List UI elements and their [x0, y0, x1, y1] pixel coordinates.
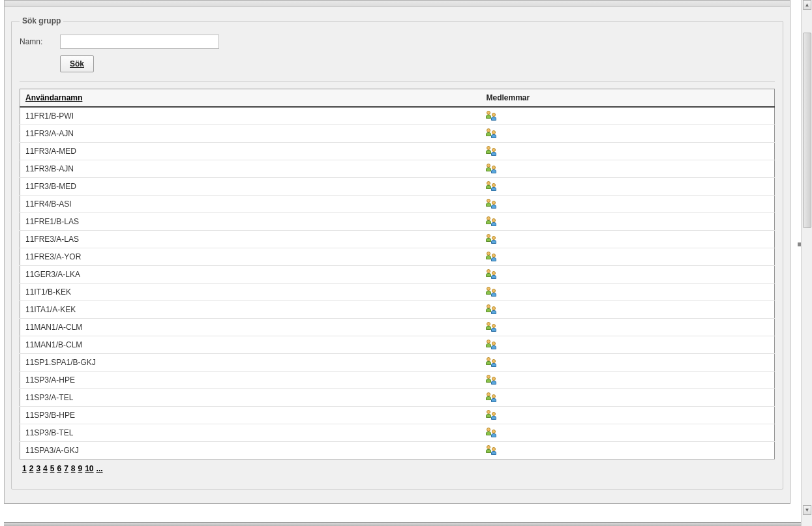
cell-members	[481, 442, 775, 460]
table-row: 11IT1/B-KEK	[20, 284, 775, 301]
name-label: Namn:	[20, 37, 60, 46]
panel-header	[5, 1, 790, 7]
cell-members	[481, 178, 775, 196]
cell-username: 11SPA3/A-GKJ	[20, 442, 481, 460]
members-icon[interactable]	[487, 181, 498, 192]
table-row: 11SP1.SPA1/B-GKJ	[20, 354, 775, 372]
cell-members	[481, 143, 775, 160]
cell-username: 11ITA1/A-KEK	[20, 301, 481, 319]
table-row: 11FR3/A-MED	[20, 143, 775, 160]
table-row: 11MAN1/A-CLM	[20, 319, 775, 336]
cell-username: 11FR3/B-MED	[20, 178, 481, 196]
pager-page[interactable]: 7	[64, 464, 68, 473]
pager-page[interactable]: 5	[50, 464, 55, 473]
cell-members	[481, 354, 775, 372]
members-icon[interactable]	[487, 357, 498, 368]
cell-members	[481, 125, 775, 143]
cell-username: 11FR3/A-MED	[20, 143, 481, 160]
search-group-fieldset: Sök grupp Namn: Sök Användarnamn Medlemm…	[11, 16, 783, 489]
cell-username: 11FR3/A-AJN	[20, 125, 481, 143]
cell-username: 11FRE3/A-LAS	[20, 231, 481, 248]
scroll-marker	[798, 242, 801, 246]
members-icon[interactable]	[487, 128, 498, 139]
pager: 12345678910...	[20, 460, 775, 476]
members-icon[interactable]	[487, 445, 498, 456]
members-icon[interactable]	[487, 269, 498, 280]
table-row: 11GER3/A-LKA	[20, 266, 775, 284]
name-input[interactable]	[60, 35, 219, 49]
pager-page[interactable]: 3	[36, 464, 40, 473]
divider	[20, 81, 775, 82]
scroll-up-arrow[interactable]: ▲	[803, 0, 811, 10]
pager-page-current: 1	[22, 464, 27, 473]
cell-members	[481, 284, 775, 301]
table-row: 11ITA1/A-KEK	[20, 301, 775, 319]
panel: Sök grupp Namn: Sök Användarnamn Medlemm…	[4, 0, 790, 504]
cell-members	[481, 248, 775, 266]
members-icon[interactable]	[487, 392, 498, 403]
cell-members	[481, 389, 775, 407]
cell-members	[481, 336, 775, 354]
members-icon[interactable]	[487, 375, 498, 385]
cell-username: 11MAN1/A-CLM	[20, 319, 481, 336]
cell-username: 11FR4/B-ASI	[20, 196, 481, 213]
members-icon[interactable]	[487, 252, 498, 262]
groups-table: Användarnamn Medlemmar 11FR1/B-PWI11FR3/…	[20, 89, 775, 460]
cell-username: 11SP3/A-HPE	[20, 372, 481, 389]
members-icon[interactable]	[487, 111, 498, 121]
members-icon[interactable]	[487, 287, 498, 297]
members-icon[interactable]	[487, 340, 498, 350]
cell-members	[481, 319, 775, 336]
cell-username: 11MAN1/B-CLM	[20, 336, 481, 354]
pager-page[interactable]: 4	[43, 464, 48, 473]
cell-members	[481, 301, 775, 319]
pager-page[interactable]: 10	[85, 464, 93, 473]
members-icon[interactable]	[487, 410, 498, 420]
table-row: 11SP3/B-TEL	[20, 424, 775, 442]
cell-members	[481, 196, 775, 213]
cell-username: 11SP3/B-TEL	[20, 424, 481, 442]
scroll-thumb[interactable]	[803, 33, 811, 228]
pager-page[interactable]: 8	[71, 464, 76, 473]
members-icon[interactable]	[487, 234, 498, 244]
members-icon[interactable]	[487, 199, 498, 209]
table-row: 11SP3/A-TEL	[20, 389, 775, 407]
vertical-scrollbar[interactable]: ▲ ▼	[801, 0, 812, 526]
table-row: 11FR3/B-MED	[20, 178, 775, 196]
scroll-down-arrow[interactable]: ▼	[803, 505, 811, 515]
table-row: 11FR1/B-PWI	[20, 107, 775, 125]
table-row: 11MAN1/B-CLM	[20, 336, 775, 354]
table-row: 11FRE3/A-YOR	[20, 248, 775, 266]
cell-username: 11IT1/B-KEK	[20, 284, 481, 301]
pager-page[interactable]: 9	[78, 464, 83, 473]
members-icon[interactable]	[487, 164, 498, 174]
cell-members	[481, 407, 775, 424]
cell-members	[481, 424, 775, 442]
table-row: 11SP3/A-HPE	[20, 372, 775, 389]
cell-username: 11SP3/A-TEL	[20, 389, 481, 407]
col-header-members: Medlemmar	[481, 89, 775, 108]
table-row: 11FR3/B-AJN	[20, 160, 775, 178]
cell-username: 11FR3/B-AJN	[20, 160, 481, 178]
table-row: 11FRE3/A-LAS	[20, 231, 775, 248]
pager-more[interactable]: ...	[97, 464, 103, 473]
cell-members	[481, 213, 775, 231]
cell-username: 11FR1/B-PWI	[20, 107, 481, 125]
cell-username: 11FRE1/B-LAS	[20, 213, 481, 231]
table-row: 11SP3/B-HPE	[20, 407, 775, 424]
cell-username: 11FRE3/A-YOR	[20, 248, 481, 266]
search-button[interactable]: Sök	[60, 55, 94, 72]
cell-members	[481, 266, 775, 284]
table-row: 11SPA3/A-GKJ	[20, 442, 775, 460]
table-row: 11FRE1/B-LAS	[20, 213, 775, 231]
members-icon[interactable]	[487, 216, 498, 227]
search-legend: Sök grupp	[20, 16, 63, 25]
pager-page[interactable]: 6	[57, 464, 61, 473]
members-icon[interactable]	[487, 146, 498, 156]
col-header-username[interactable]: Användarnamn	[20, 89, 481, 108]
members-icon[interactable]	[487, 322, 498, 332]
pager-page[interactable]: 2	[29, 464, 34, 473]
members-icon[interactable]	[487, 304, 498, 315]
table-row: 11FR3/A-AJN	[20, 125, 775, 143]
members-icon[interactable]	[487, 428, 498, 438]
